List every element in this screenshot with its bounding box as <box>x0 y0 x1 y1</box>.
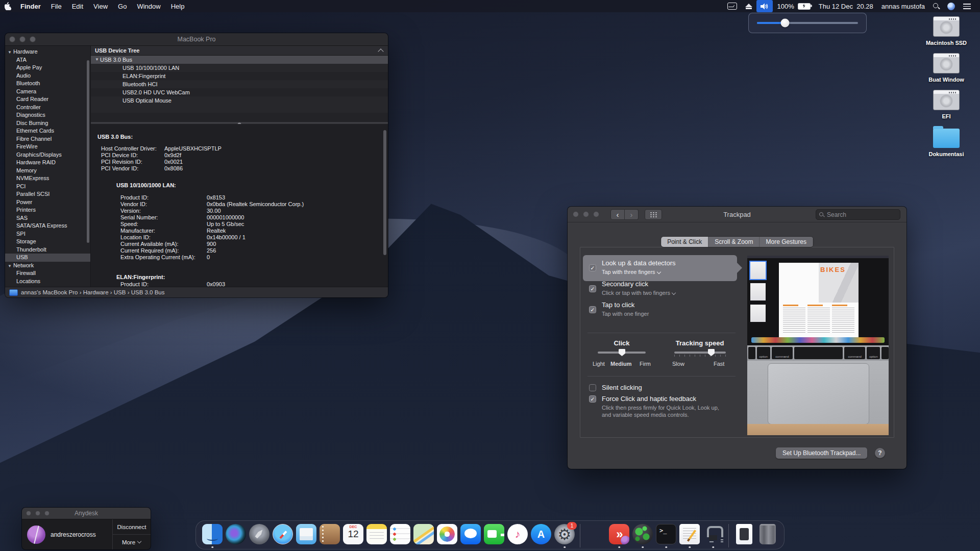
dock-item[interactable]: ♪ <box>507 524 528 544</box>
menu-item[interactable]: Window <box>132 3 165 10</box>
force-click-checkbox[interactable]: ✓ <box>589 395 596 403</box>
dock-app-icon[interactable]: A <box>531 524 551 544</box>
dock-item[interactable]: >_ <box>656 524 676 544</box>
sidebar-item[interactable]: USB <box>5 254 90 262</box>
dock-item[interactable] <box>366 524 387 544</box>
sidebar-item[interactable]: Parallel SCSI <box>5 190 90 198</box>
sidebar-section-hardware[interactable]: ▼Hardware <box>5 48 90 56</box>
menu-item[interactable]: Edit <box>67 3 88 10</box>
volume-slider[interactable] <box>757 22 858 24</box>
battery-status[interactable]: 100% <box>773 3 814 10</box>
dock-item[interactable] <box>390 524 410 544</box>
sidebar-item[interactable]: Thunderbolt <box>5 246 90 254</box>
sidebar-item[interactable]: Card Reader <box>5 95 90 104</box>
sidebar-item[interactable]: Memory <box>5 167 90 175</box>
dock-item[interactable] <box>726 524 731 544</box>
tap-to-click-checkbox[interactable]: ✓ <box>589 306 596 313</box>
sidebar-item[interactable]: Locations <box>5 278 90 286</box>
dock-item[interactable]: ⚙ 1 <box>554 524 575 544</box>
activity-monitor-menu-icon[interactable] <box>723 0 741 12</box>
sidebar-item[interactable]: FireWire <box>5 143 90 151</box>
dock-app-icon[interactable]: DEC 12 <box>343 524 363 544</box>
dock-app-icon[interactable] <box>760 524 776 544</box>
dock-item[interactable] <box>202 524 223 544</box>
spotlight-menu-icon[interactable] <box>929 0 943 12</box>
sysinfo-titlebar[interactable]: MacBook Pro <box>5 33 388 46</box>
dock-item[interactable] <box>734 524 754 544</box>
disconnect-button[interactable]: Disconnect <box>113 519 151 535</box>
dock-item[interactable] <box>703 524 723 544</box>
disclosure-triangle-icon[interactable]: ▼ <box>8 264 12 268</box>
dock-item[interactable] <box>578 524 582 544</box>
tree-expander-icon[interactable]: ▼ <box>95 56 100 64</box>
user-menu[interactable]: annas mustofa <box>877 3 929 10</box>
desktop-icon[interactable]: Macintosh SSD <box>922 16 971 46</box>
dock-item[interactable] <box>460 524 481 544</box>
sidebar-section-network[interactable]: ▼Network <box>5 262 90 270</box>
dock-item[interactable] <box>249 524 270 544</box>
dock-item[interactable] <box>757 524 778 544</box>
forward-button[interactable]: › <box>625 209 639 220</box>
back-button[interactable]: ‹ <box>610 209 625 220</box>
sidebar-item[interactable]: SPI <box>5 230 90 238</box>
dock-app-icon[interactable] <box>296 524 316 544</box>
sidebar-item[interactable]: Ethernet Cards <box>5 127 90 135</box>
help-button[interactable]: ? <box>875 448 885 458</box>
collapse-chevron-icon[interactable] <box>378 48 383 54</box>
dock-app-icon[interactable] <box>632 524 653 544</box>
dock-item[interactable]: A <box>531 524 551 544</box>
sidebar-item[interactable]: Fibre Channel <box>5 135 90 143</box>
menu-app-name[interactable]: Finder <box>15 3 46 10</box>
volume-icon[interactable] <box>933 90 960 110</box>
volume-icon[interactable] <box>933 16 960 37</box>
desktop-icon[interactable]: EFI <box>922 90 971 120</box>
menu-item[interactable]: File <box>46 3 67 10</box>
dock-app-icon[interactable] <box>437 524 457 544</box>
anydesk-titlebar[interactable]: Anydesk <box>22 508 151 519</box>
volume-thumb[interactable] <box>781 19 790 28</box>
desktop-icon[interactable]: Dokumentasi <box>922 127 971 158</box>
sidebar-item[interactable]: Firewall <box>5 269 90 278</box>
sidebar-item[interactable]: Diagnostics <box>5 111 90 119</box>
tab[interactable]: More Gestures <box>760 237 813 247</box>
detail-scrollbar[interactable] <box>383 130 386 255</box>
sidebar-item[interactable]: Bluetooth <box>5 80 90 88</box>
apple-menu[interactable] <box>0 2 15 10</box>
desktop-icon[interactable]: Buat Window <box>922 53 971 83</box>
sidebar-item[interactable]: Hardware RAID <box>5 159 90 167</box>
sidebar-item[interactable]: SATA/SATA Express <box>5 222 90 230</box>
search-input[interactable] <box>826 211 884 219</box>
sidebar-item[interactable]: NVMExpress <box>5 174 90 183</box>
dock-app-icon[interactable] <box>413 524 434 544</box>
user-avatar-menu-icon[interactable] <box>943 0 959 12</box>
dock-item[interactable] <box>437 524 457 544</box>
click-slider[interactable] <box>598 352 646 354</box>
dock-app-icon[interactable] <box>580 524 580 547</box>
volume-menu-icon[interactable] <box>756 0 773 12</box>
sidebar-item[interactable]: PCI <box>5 183 90 191</box>
sidebar-item[interactable]: Camera <box>5 88 90 96</box>
dock-item[interactable] <box>320 524 340 544</box>
secondary-click-gesture[interactable]: Click or tap with two fingers <box>602 290 676 296</box>
sidebar-item[interactable]: Audio <box>5 72 90 80</box>
dock-app-icon[interactable] <box>226 524 246 544</box>
dock-item[interactable]: DEC 12 <box>343 524 363 544</box>
click-slider-thumb[interactable] <box>619 349 625 356</box>
dock-item[interactable] <box>226 524 246 544</box>
dock-item[interactable] <box>296 524 316 544</box>
menu-clock[interactable]: Thu 12 Dec 20.28 <box>815 3 877 10</box>
tree-row[interactable]: ELAN:Fingerprint <box>91 72 388 80</box>
dock-item[interactable] <box>273 524 293 544</box>
show-all-button[interactable] <box>645 209 662 220</box>
sidebar-scrollbar[interactable] <box>87 60 89 243</box>
dock-app-icon[interactable]: >_ <box>656 524 676 544</box>
sidebar-item[interactable]: Graphics/Displays <box>5 151 90 159</box>
tree-row[interactable]: USB2.0 HD UVC WebCam <box>91 88 388 96</box>
search-field[interactable] <box>816 209 900 220</box>
disclosure-triangle-icon[interactable]: ▼ <box>8 50 12 55</box>
dock-app-icon[interactable] <box>202 524 223 544</box>
sidebar-item[interactable]: Power <box>5 198 90 207</box>
eject-menu-icon[interactable] <box>741 0 756 12</box>
sidebar-item[interactable]: SAS <box>5 214 90 222</box>
volume-icon[interactable] <box>933 53 960 73</box>
